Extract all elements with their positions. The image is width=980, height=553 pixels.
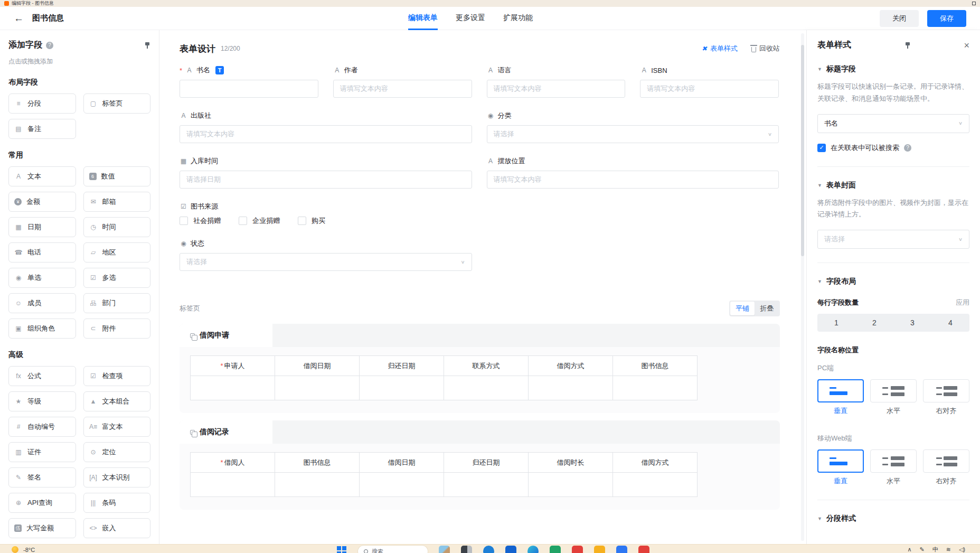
table-empty-cell[interactable] xyxy=(444,473,529,497)
canvas-scrollbar-thumb[interactable] xyxy=(801,45,804,256)
category-select[interactable]: 请选择∨ xyxy=(487,125,779,143)
close-button[interactable]: 关闭 xyxy=(880,10,919,27)
todo-app-icon[interactable] xyxy=(550,546,561,553)
per-row-count-option[interactable]: 1 xyxy=(817,314,855,332)
checkbox-option[interactable]: 企业捐赠 xyxy=(239,216,280,226)
field-member[interactable]: ☺ 成员 xyxy=(8,293,76,313)
field-rich-text[interactable]: A≡ 富文本 xyxy=(83,417,151,437)
form-field-book-source[interactable]: ☑ 图书来源 社会捐赠 企业捐赠 xyxy=(180,201,779,226)
tab-extensions[interactable]: 扩展功能 xyxy=(503,7,533,30)
field-formula[interactable]: fx 公式 xyxy=(8,366,76,386)
stock-date-input[interactable]: 请选择日期 xyxy=(180,171,472,189)
table-empty-cell[interactable] xyxy=(360,376,444,400)
field-department[interactable]: 品 部门 xyxy=(83,293,151,313)
checkbox-option[interactable]: 购买 xyxy=(298,216,325,226)
field-ocr[interactable]: [A] 文本识别 xyxy=(83,467,151,488)
tray-pen-icon[interactable]: ✎ xyxy=(919,546,924,553)
tray-volume-icon[interactable]: ◁) xyxy=(959,546,965,553)
table-empty-cell[interactable] xyxy=(191,473,275,497)
folder-app-icon[interactable] xyxy=(594,546,605,553)
pin-icon[interactable] xyxy=(904,42,911,49)
docs-app-icon[interactable] xyxy=(616,546,627,553)
field-multiselect[interactable]: ☑ 多选 xyxy=(83,268,151,288)
recycle-bin-button[interactable]: 回收站 xyxy=(751,44,780,53)
field-barcode[interactable]: ||| 条码 xyxy=(83,493,151,513)
tab-edit-form[interactable]: 编辑表单 xyxy=(408,7,438,30)
edge-app-icon[interactable] xyxy=(527,546,539,553)
help-icon[interactable]: ? xyxy=(46,42,53,49)
table-empty-cell[interactable] xyxy=(360,473,444,497)
tab-more-settings[interactable]: 更多设置 xyxy=(456,7,485,30)
tab-borrow-record[interactable]: 借阅记录 xyxy=(180,420,272,444)
form-field-isbn[interactable]: A ISBN 请填写文本内容 xyxy=(640,65,779,98)
tray-ime-chinese-icon[interactable]: 中 xyxy=(932,546,938,553)
save-button[interactable]: 保存 xyxy=(927,10,966,27)
checkbox-option[interactable]: 社会捐赠 xyxy=(180,216,221,226)
field-rating[interactable]: ★ 等级 xyxy=(8,391,76,411)
title-field-section-header[interactable]: ▼ 标题字段 xyxy=(817,64,969,74)
start-button-icon[interactable] xyxy=(337,546,347,553)
segment-style-section-header[interactable]: ▼ 分段样式 xyxy=(817,514,969,523)
table-empty-cell[interactable] xyxy=(529,376,613,400)
position-input[interactable]: 请填写文本内容 xyxy=(487,171,779,189)
field-signature[interactable]: ✎ 签名 xyxy=(8,467,76,488)
field-layout-section-header[interactable]: ▼ 字段布局 xyxy=(817,277,969,286)
table-empty-cell[interactable] xyxy=(275,473,360,497)
per-row-count-option[interactable]: 3 xyxy=(893,314,931,332)
apply-button[interactable]: 应用 xyxy=(956,298,969,307)
form-field-book-name[interactable]: * A 书名 T xyxy=(180,65,318,98)
collapse-toggle-option[interactable]: 折叠 xyxy=(755,302,779,315)
field-number[interactable]: 6 数值 xyxy=(83,166,151,186)
pin-icon[interactable] xyxy=(144,42,150,49)
field-date[interactable]: ▦ 日期 xyxy=(8,217,76,237)
field-org-role[interactable]: ▣ 组织角色 xyxy=(8,318,76,339)
field-region[interactable]: ▱ 地区 xyxy=(83,242,151,263)
form-field-publisher[interactable]: A 出版社 请填写文本内容 xyxy=(180,110,472,143)
table-empty-cell[interactable] xyxy=(613,473,698,497)
tray-wifi-icon[interactable]: ≋ xyxy=(946,546,951,553)
field-section[interactable]: ≡ 分段 xyxy=(8,93,76,114)
checked-checkbox-icon[interactable]: ✓ xyxy=(817,144,826,152)
field-id-card[interactable]: ▥ 证件 xyxy=(8,442,76,462)
table-empty-cell[interactable] xyxy=(191,376,275,400)
form-style-button[interactable]: ✖表单样式 xyxy=(702,44,738,53)
weather-app-icon[interactable] xyxy=(439,546,450,553)
publisher-input[interactable]: 请填写文本内容 xyxy=(180,125,472,143)
mail-red-app-icon[interactable] xyxy=(638,546,649,553)
book-name-input[interactable] xyxy=(180,80,318,98)
field-radio[interactable]: ◉ 单选 xyxy=(8,268,76,288)
layout-vertical-option[interactable]: 垂直 xyxy=(817,449,864,486)
maximize-icon[interactable] xyxy=(972,2,976,5)
field-phone[interactable]: ☎ 电话 xyxy=(8,242,76,263)
field-email[interactable]: ✉ 邮箱 xyxy=(83,192,151,212)
field-text-combo[interactable]: ▲ 文本组合 xyxy=(83,391,151,411)
field-check-item[interactable]: ☑ 检查项 xyxy=(83,366,151,386)
form-field-stock-date[interactable]: ▦ 入库时间 请选择日期 xyxy=(180,156,472,189)
field-note[interactable]: ▤ 备注 xyxy=(8,119,76,139)
tray-chevron-up-icon[interactable]: ∧ xyxy=(907,546,911,553)
field-attachment[interactable]: ⊂ 附件 xyxy=(83,318,151,339)
taskbar-search[interactable]: 搜索 xyxy=(358,546,428,553)
searchable-checkbox-row[interactable]: ✓ 在关联表中可以被搜索 ? xyxy=(817,143,969,153)
back-arrow-icon[interactable]: ← xyxy=(14,13,24,23)
per-row-count-option[interactable]: 2 xyxy=(855,314,893,332)
weather-sun-icon[interactable] xyxy=(12,546,18,553)
per-row-count-option[interactable]: 4 xyxy=(931,314,969,332)
field-uppercase-amount[interactable]: 伍 大写金额 xyxy=(8,518,76,538)
close-icon[interactable]: × xyxy=(964,41,969,50)
isbn-input[interactable]: 请填写文本内容 xyxy=(640,80,779,98)
help-icon[interactable]: ? xyxy=(904,144,911,152)
field-auto-number[interactable]: # 自动编号 xyxy=(8,417,76,437)
browser-app-icon[interactable] xyxy=(483,546,494,553)
layout-right-align-option[interactable]: 右对齐 xyxy=(923,449,969,486)
field-money[interactable]: ¥ 金额 xyxy=(8,192,76,212)
field-api-query[interactable]: ⊕ API查询 xyxy=(8,493,76,513)
author-input[interactable]: 请填写文本内容 xyxy=(333,80,472,98)
form-field-category[interactable]: ◉ 分类 请选择∨ xyxy=(487,110,779,143)
table-empty-cell[interactable] xyxy=(529,473,613,497)
field-tab-page[interactable]: ▢ 标签页 xyxy=(83,93,151,114)
form-cover-section-header[interactable]: ▼ 表单封面 xyxy=(817,181,969,190)
language-input[interactable]: 请填写文本内容 xyxy=(487,80,626,98)
layout-horizontal-option[interactable]: 水平 xyxy=(870,449,917,486)
field-location[interactable]: ⊙ 定位 xyxy=(83,442,151,462)
